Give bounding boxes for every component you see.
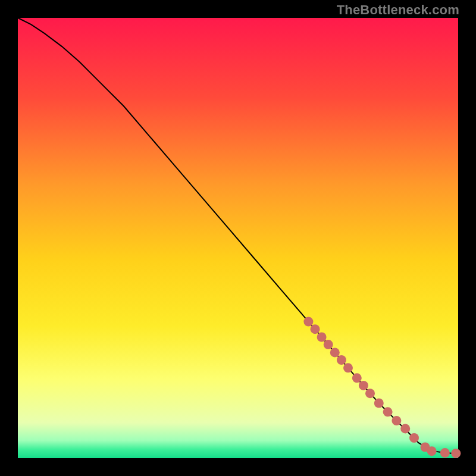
data-marker	[311, 324, 320, 334]
chart-canvas: TheBottleneck.com	[0, 0, 476, 476]
data-marker	[324, 340, 333, 349]
gradient-background	[18, 18, 458, 458]
data-marker	[337, 355, 346, 365]
data-marker	[451, 449, 461, 458]
data-marker	[383, 407, 393, 416]
data-marker	[409, 433, 419, 443]
data-marker	[427, 446, 437, 456]
data-marker	[303, 317, 313, 327]
data-marker	[392, 416, 401, 425]
data-marker	[343, 363, 353, 372]
data-marker	[330, 347, 340, 357]
chart-plot	[18, 18, 458, 458]
data-marker	[400, 424, 410, 433]
data-marker	[317, 333, 327, 342]
data-marker	[374, 399, 384, 408]
data-marker	[352, 373, 362, 383]
data-marker	[365, 389, 375, 398]
data-marker	[440, 448, 450, 458]
data-marker	[359, 381, 368, 390]
watermark-label: TheBottleneck.com	[337, 2, 459, 18]
